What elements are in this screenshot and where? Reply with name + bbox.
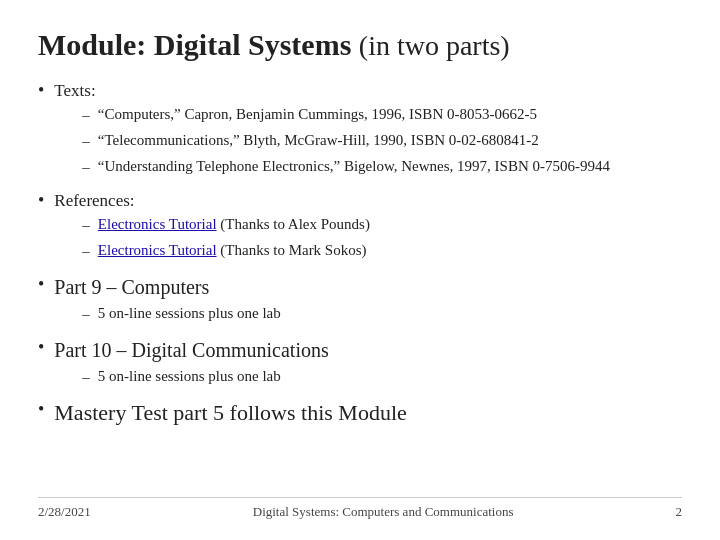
dash-icon: – xyxy=(82,241,90,263)
bullet-label-texts: Texts: xyxy=(54,81,95,100)
part10-subitems: – 5 on-line sessions plus one lab xyxy=(82,366,328,389)
bullet-dot-3: • xyxy=(38,274,44,295)
part9-sessions: 5 on-line sessions plus one lab xyxy=(98,303,281,325)
bullet-part9: • Part 9 – Computers – 5 on-line session… xyxy=(38,273,682,330)
bullet-label-refs: References: xyxy=(54,191,134,210)
bullet-label-mastery: Mastery Test part 5 follows this Module xyxy=(54,398,406,429)
slide: Module: Digital Systems (in two parts) •… xyxy=(0,0,720,540)
part9-subitems: – 5 on-line sessions plus one lab xyxy=(82,303,280,326)
list-item: – 5 on-line sessions plus one lab xyxy=(82,303,280,326)
list-item: – “Telecommunications,” Blyth, McGraw-Hi… xyxy=(82,130,610,153)
list-item: – Electronics Tutorial (Thanks to Alex P… xyxy=(82,214,370,237)
slide-content: • Texts: – “Computers,” Capron, Benjamin… xyxy=(38,79,682,490)
ref-note-1: (Thanks to Alex Pounds) xyxy=(220,216,370,232)
title-sub: (in two parts) xyxy=(359,30,510,61)
list-item: – Electronics Tutorial (Thanks to Mark S… xyxy=(82,240,370,263)
dash-icon: – xyxy=(82,304,90,326)
dash-icon: – xyxy=(82,157,90,179)
text-ref-2: “Telecommunications,” Blyth, McGraw-Hill… xyxy=(98,130,610,152)
electronics-tutorial-link-2[interactable]: Electronics Tutorial xyxy=(98,242,217,258)
footer-page: 2 xyxy=(676,504,683,520)
bullet-mastery: • Mastery Test part 5 follows this Modul… xyxy=(38,398,682,429)
part10-sessions: 5 on-line sessions plus one lab xyxy=(98,366,329,388)
bullet-part10: • Part 10 – Digital Communications – 5 o… xyxy=(38,336,682,393)
dash-icon: – xyxy=(82,105,90,127)
text-ref-3: “Understanding Telephone Electronics,” B… xyxy=(98,156,610,178)
ref-note-2: (Thanks to Mark Sokos) xyxy=(220,242,366,258)
bullet-label-part10: Part 10 – Digital Communications xyxy=(54,339,328,361)
bullet-dot-2: • xyxy=(38,190,44,211)
ref-link-2: Electronics Tutorial (Thanks to Mark Sok… xyxy=(98,240,370,262)
list-item: – “Computers,” Capron, Benjamin Cummings… xyxy=(82,104,610,127)
list-item: – 5 on-line sessions plus one lab xyxy=(82,366,328,389)
electronics-tutorial-link-1[interactable]: Electronics Tutorial xyxy=(98,216,217,232)
slide-title: Module: Digital Systems (in two parts) xyxy=(38,28,682,63)
bullet-references: • References: – Electronics Tutorial (Th… xyxy=(38,189,682,267)
list-item: – “Understanding Telephone Electronics,”… xyxy=(82,156,610,179)
footer-center: Digital Systems: Computers and Communica… xyxy=(91,504,676,520)
dash-icon: – xyxy=(82,367,90,389)
texts-subitems: – “Computers,” Capron, Benjamin Cummings… xyxy=(82,104,610,178)
ref-link-1: Electronics Tutorial (Thanks to Alex Pou… xyxy=(98,214,370,236)
bullet-label-part9: Part 9 – Computers xyxy=(54,276,209,298)
dash-icon: – xyxy=(82,131,90,153)
title-main: Module: Digital Systems xyxy=(38,28,351,61)
slide-footer: 2/28/2021 Digital Systems: Computers and… xyxy=(38,497,682,520)
references-subitems: – Electronics Tutorial (Thanks to Alex P… xyxy=(82,214,370,263)
bullet-dot-5: • xyxy=(38,399,44,420)
bullet-dot-4: • xyxy=(38,337,44,358)
footer-date: 2/28/2021 xyxy=(38,504,91,520)
dash-icon: – xyxy=(82,215,90,237)
bullet-dot-1: • xyxy=(38,80,44,101)
text-ref-1: “Computers,” Capron, Benjamin Cummings, … xyxy=(98,104,610,126)
bullet-texts: • Texts: – “Computers,” Capron, Benjamin… xyxy=(38,79,682,183)
